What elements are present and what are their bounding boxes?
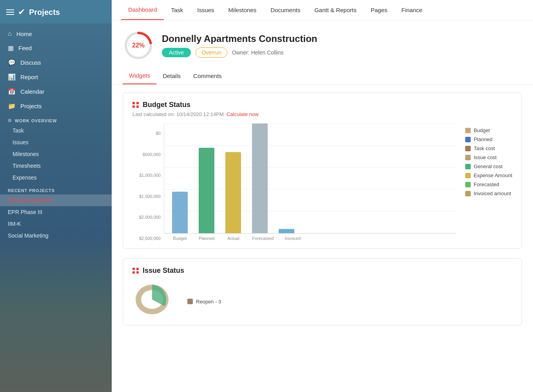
legend-color-expense [465,173,471,178]
legend-task-cost: Task cost [465,145,512,151]
issue-legend: Reopen - 3 [187,295,221,305]
hamburger-icon[interactable] [6,9,14,15]
status-badge-active: Active [162,48,191,57]
sidebar-item-home[interactable]: ⌂ Home [0,27,112,41]
legend-color-budget [465,128,471,133]
tab-widgets[interactable]: Widgets [123,67,156,84]
recent-project-epr[interactable]: EPR Phase III [0,206,112,218]
bar-label-planned: Planned [199,236,214,241]
issue-pie-chart [132,282,179,317]
sidebar-item-discuss[interactable]: 💬 Discuss [0,55,112,70]
bar-label-budget: Budget [172,236,188,241]
legend-color-general-cost [465,164,471,169]
top-nav-documents[interactable]: Documents [263,0,307,20]
sidebar-nav: ⌂ Home ▦ Feed 💬 Discuss 📊 Report 📅 Calen… [0,24,112,392]
content-area: Budget Status Last calculated on: 10/14/… [112,85,533,333]
bar-forecasted-rect [252,123,268,233]
work-overview-label: ⊙ WORK OVERVIEW [0,113,112,125]
top-nav-finance[interactable]: Finance [394,0,429,20]
chart-legend: Budget Planned Task cost Issue cost [465,123,512,196]
legend-planned: Planned [465,136,512,142]
bar-invoiced [279,229,294,233]
widget-dots-icon [132,102,139,108]
calendar-icon: 📅 [8,88,16,95]
sidebar: ✔ Projects ⌂ Home ▦ Feed 💬 Discuss 📊 Rep… [0,0,112,392]
chart-bars [164,123,456,234]
bar-budget [172,192,188,233]
budget-widget-title: Budget Status [143,101,190,109]
bar-invoiced-rect [279,229,294,233]
legend-expense: Expense Amount [465,172,512,178]
bar-planned [199,148,214,233]
issue-widget: Issue Status Reope [123,258,522,325]
project-header: 22% Donnelly Apartments Construction Act… [112,20,533,67]
chart-container: $2,500,000 $2,000,000 $1,500,000 $1,000,… [132,123,512,241]
top-nav-dashboard[interactable]: Dashboard [121,0,164,20]
legend-color-invoiced [465,191,471,196]
sidebar-item-calendar[interactable]: 📅 Calendar [0,84,112,99]
top-nav-issues[interactable]: Issues [190,0,221,20]
sidebar-header: ✔ Projects [0,0,112,24]
project-name: Donnelly Apartments Construction [162,33,317,44]
bar-actual-rect [225,152,241,233]
sub-tabs: Widgets Details Comments [112,67,533,85]
progress-text: 22% [132,42,145,49]
main-content: Dashboard Task Issues Milestones Documen… [112,0,533,392]
legend-reopen: Reopen - 3 [187,299,221,305]
recent-project-donnely[interactable]: Donnely Appartme [0,194,112,206]
logo-icon: ✔ [18,7,25,17]
widget-header-budget: Budget Status [132,101,512,109]
project-info: Donnelly Apartments Construction Active … [162,33,317,58]
recent-project-iimk[interactable]: IIM-K [0,218,112,230]
budget-widget: Budget Status Last calculated on: 10/14/… [123,93,522,249]
legend-budget: Budget [465,127,512,133]
tab-details[interactable]: Details [156,68,187,84]
recent-projects-label: RECENT PROJECTS [0,183,112,194]
legend-color-forecasted [465,182,471,187]
sidebar-item-milestones[interactable]: Milestones [0,148,112,160]
sidebar-item-task[interactable]: Task [0,125,112,136]
circle-icon: ⊙ [8,118,12,123]
bar-forecasted [252,123,268,233]
legend-color-reopen [187,299,193,304]
chart-y-axis: $2,500,000 $2,000,000 $1,500,000 $1,000,… [132,131,164,241]
projects-icon: 📁 [8,102,16,110]
sidebar-item-timesheets[interactable]: Timesheets [0,160,112,172]
top-nav-task[interactable]: Task [164,0,190,20]
sidebar-item-report[interactable]: 📊 Report [0,70,112,84]
top-nav-gantt[interactable]: Gantt & Reports [307,0,364,20]
bar-label-invoiced: Invoiced [285,236,301,241]
legend-color-task-cost [465,146,471,151]
widget-header-issue: Issue Status [132,267,512,275]
sidebar-item-feed[interactable]: ▦ Feed [0,41,112,55]
status-badge-overrun: Overrun [196,47,227,58]
legend-color-planned [465,137,471,142]
legend-invoiced-amount: Invoiced amount [465,191,512,196]
discuss-icon: 💬 [8,59,16,66]
project-badges: Active Overrun Owner: Helen Collins [162,47,317,58]
bar-label-forecasted: Forecasted [252,236,274,241]
issue-widget-title: Issue Status [143,267,184,275]
feed-icon: ▦ [8,44,14,52]
bar-planned-rect [199,148,214,233]
bar-label-actual: Actual [225,236,241,241]
top-nav-pages[interactable]: Pages [364,0,395,20]
top-nav: Dashboard Task Issues Milestones Documen… [112,0,533,20]
sidebar-item-expenses[interactable]: Expenses [0,172,112,183]
tab-comments[interactable]: Comments [187,68,228,84]
calculate-now-link[interactable]: Calculate now [227,111,259,117]
legend-color-issue-cost [465,155,471,160]
home-icon: ⌂ [8,30,12,37]
legend-general-cost: General cost [465,163,512,169]
progress-ring: 22% [123,30,154,61]
sidebar-item-projects[interactable]: 📁 Projects [0,99,112,113]
bar-budget-rect [172,192,188,233]
recent-project-social[interactable]: Social Marketing [0,230,112,241]
top-nav-milestones[interactable]: Milestones [221,0,264,20]
app-title: Projects [29,8,60,17]
report-icon: 📊 [8,73,16,81]
budget-widget-subtitle: Last calculated on: 10/14/2020 12:14PM C… [132,111,512,117]
widget-dots-icon-issue [132,268,139,274]
bar-actual [225,152,241,233]
sidebar-item-issues[interactable]: Issues [0,136,112,148]
